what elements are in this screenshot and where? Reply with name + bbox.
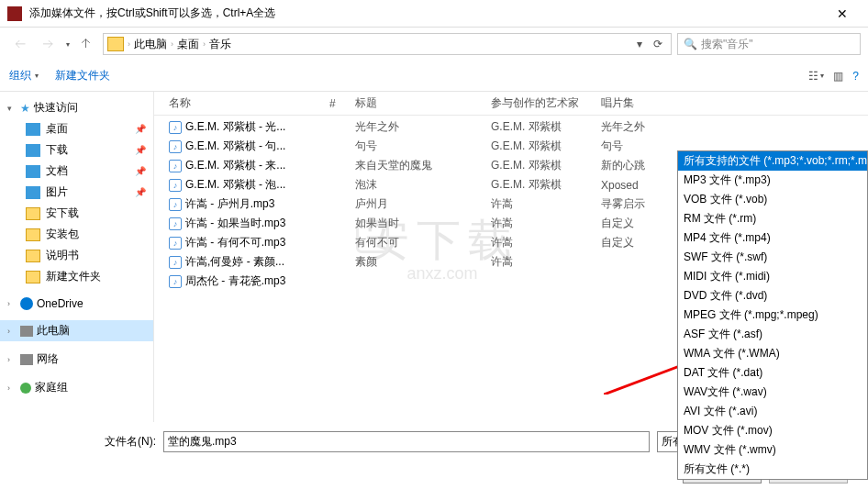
filetype-option[interactable]: MP4 文件 (*.mp4) bbox=[678, 228, 867, 248]
filetype-option[interactable]: VOB 文件 (*.vob) bbox=[678, 190, 867, 209]
filetype-option[interactable]: WMV 文件 (*.wmv) bbox=[678, 440, 867, 460]
refresh-button[interactable]: ⟳ bbox=[649, 38, 667, 50]
folder-icon bbox=[107, 37, 124, 51]
filetype-option[interactable]: WAV文件 (*.wav) bbox=[678, 383, 867, 402]
sidebar-homegroup[interactable]: ›家庭组 bbox=[0, 377, 153, 398]
nav-bar: 🡠 🡢 ▾ 🡡 › 此电脑 › 桌面 › 音乐 ▾ ⟳ 🔍 搜索"音乐" bbox=[0, 28, 868, 61]
music-icon: ♪ bbox=[169, 121, 182, 134]
breadcrumb-item[interactable]: 音乐 bbox=[206, 37, 235, 52]
breadcrumb-item[interactable]: 桌面 bbox=[173, 37, 203, 52]
app-icon bbox=[7, 6, 22, 21]
filetype-option[interactable]: DVD 文件 (*.dvd) bbox=[678, 286, 867, 306]
sidebar-onedrive[interactable]: ›OneDrive bbox=[0, 295, 153, 313]
close-button[interactable]: ✕ bbox=[824, 6, 861, 21]
filetype-option[interactable]: DAT 文件 (*.dat) bbox=[678, 363, 867, 383]
col-name[interactable]: 名称 bbox=[163, 92, 324, 115]
file-list-area: 名称 # 标题 参与创作的艺术家 唱片集 ♪G.E.M. 邓紫棋 - 光...光… bbox=[154, 92, 868, 422]
music-icon: ♪ bbox=[169, 237, 182, 250]
filetype-option[interactable]: SWF 文件 (*.swf) bbox=[678, 248, 867, 267]
filename-label: 文件名(N): bbox=[73, 434, 156, 450]
sidebar-item-desktop[interactable]: 桌面📌 bbox=[0, 118, 153, 139]
filetype-dropdown[interactable]: 所有支持的文件 (*.mp3;*.vob;*.rm;*.mMP3 文件 (*.m… bbox=[677, 150, 868, 480]
music-icon: ♪ bbox=[169, 179, 182, 192]
toolbar: 组织▾ 新建文件夹 ☷ ▾ ▥ ? bbox=[0, 61, 868, 92]
quick-access[interactable]: ▾★ 快速访问 bbox=[0, 97, 153, 118]
address-bar[interactable]: › 此电脑 › 桌面 › 音乐 ▾ ⟳ bbox=[103, 33, 672, 55]
history-dropdown[interactable]: ▾ bbox=[66, 40, 70, 49]
address-dropdown[interactable]: ▾ bbox=[630, 38, 649, 50]
sidebar-item-folder[interactable]: 说明书 bbox=[0, 245, 153, 266]
filetype-option[interactable]: MPEG 文件 (*.mpg;*.mpeg) bbox=[678, 306, 867, 325]
sidebar-item-folder[interactable]: 新建文件夹 bbox=[0, 266, 153, 287]
preview-pane-button[interactable]: ▥ bbox=[833, 70, 843, 83]
organize-menu[interactable]: 组织▾ bbox=[9, 68, 39, 83]
col-album[interactable]: 唱片集 bbox=[595, 92, 687, 115]
up-button[interactable]: 🡡 bbox=[75, 33, 97, 55]
search-icon: 🔍 bbox=[684, 38, 697, 50]
music-icon: ♪ bbox=[169, 140, 182, 153]
sidebar-network[interactable]: ›网络 bbox=[0, 349, 153, 370]
col-num[interactable]: # bbox=[324, 92, 350, 115]
forward-button: 🡢 bbox=[35, 33, 61, 55]
sidebar-item-folder[interactable]: 安装包 bbox=[0, 224, 153, 245]
titlebar: 添加媒体文件，按Ctrl或Shift可以多选，Ctrl+A全选 ✕ bbox=[0, 0, 868, 28]
col-artist[interactable]: 参与创作的艺术家 bbox=[485, 92, 595, 115]
view-options[interactable]: ☷ ▾ bbox=[808, 70, 824, 83]
main-area: ▾★ 快速访问 桌面📌 下载📌 文档📌 图片📌 安下载 安装包 说明书 新建文件… bbox=[0, 92, 868, 422]
col-title[interactable]: 标题 bbox=[350, 92, 485, 115]
filetype-option[interactable]: AVI 文件 (*.avi) bbox=[678, 402, 867, 421]
music-icon: ♪ bbox=[169, 160, 182, 172]
breadcrumb-item[interactable]: 此电脑 bbox=[130, 37, 171, 52]
search-input[interactable]: 🔍 搜索"音乐" bbox=[677, 33, 861, 55]
filetype-option[interactable]: ASF 文件 (*.asf) bbox=[678, 325, 867, 344]
sidebar-item-folder[interactable]: 安下载 bbox=[0, 203, 153, 224]
filetype-option[interactable]: 所有支持的文件 (*.mp3;*.vob;*.rm;*.m bbox=[678, 151, 867, 171]
search-placeholder: 搜索"音乐" bbox=[701, 37, 753, 52]
column-headers: 名称 # 标题 参与创作的艺术家 唱片集 bbox=[154, 92, 868, 116]
filetype-option[interactable]: MIDI 文件 (*.midi) bbox=[678, 267, 867, 286]
filetype-option[interactable]: MOV 文件 (*.mov) bbox=[678, 421, 867, 440]
back-button[interactable]: 🡠 bbox=[7, 33, 33, 55]
sidebar-this-pc[interactable]: ›此电脑 bbox=[0, 320, 153, 341]
filetype-option[interactable]: 所有文件 (*.*) bbox=[678, 460, 867, 479]
filetype-option[interactable]: MP3 文件 (*.mp3) bbox=[678, 171, 867, 190]
sidebar-item-downloads[interactable]: 下载📌 bbox=[0, 139, 153, 161]
music-icon: ♪ bbox=[169, 275, 182, 288]
filename-input[interactable] bbox=[163, 431, 650, 452]
sidebar: ▾★ 快速访问 桌面📌 下载📌 文档📌 图片📌 安下载 安装包 说明书 新建文件… bbox=[0, 92, 154, 422]
music-icon: ♪ bbox=[169, 198, 182, 211]
new-folder-button[interactable]: 新建文件夹 bbox=[55, 68, 110, 83]
window-title: 添加媒体文件，按Ctrl或Shift可以多选，Ctrl+A全选 bbox=[29, 6, 824, 21]
filetype-option[interactable]: RM 文件 (*.rm) bbox=[678, 209, 867, 228]
sidebar-item-pictures[interactable]: 图片📌 bbox=[0, 182, 153, 203]
music-icon: ♪ bbox=[169, 217, 182, 230]
filetype-option[interactable]: WMA 文件 (*.WMA) bbox=[678, 344, 867, 363]
file-row[interactable]: ♪G.E.M. 邓紫棋 - 光...光年之外G.E.M. 邓紫棋光年之外 bbox=[154, 117, 868, 137]
help-button[interactable]: ? bbox=[852, 70, 859, 83]
sidebar-item-documents[interactable]: 文档📌 bbox=[0, 161, 153, 182]
music-icon: ♪ bbox=[169, 256, 182, 269]
